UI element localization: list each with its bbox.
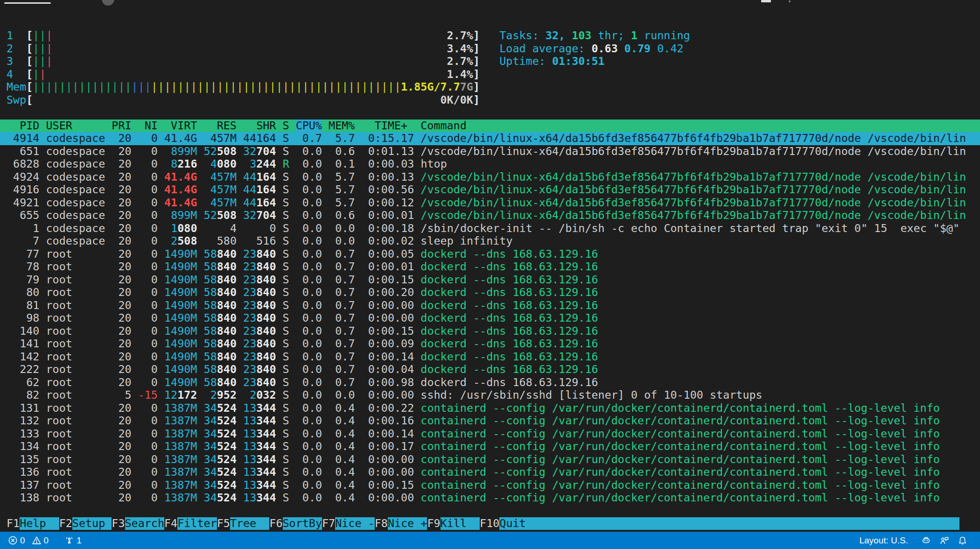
notifications-button[interactable]: [953, 532, 972, 549]
text-segment: ]: [473, 29, 480, 42]
process-row[interactable]: 651 codespace 20 0 899M 52508 32704 S 0.…: [0, 145, 980, 158]
process-row[interactable]: 141 root 20 0 1490M 58840 23840 S 0.0 0.…: [0, 338, 980, 351]
text-segment: [237, 197, 243, 209]
problems-indicator[interactable]: 0 0: [4, 532, 53, 549]
process-row-selected[interactable]: 4914 codespace 20 0 41.4G 457M 44164 S 0…: [0, 132, 980, 145]
cpu-mem-time-cells: 0.0 0.4 0:00.00: [296, 453, 421, 466]
res-cell: 457M: [210, 183, 237, 196]
cpu-meter-3[interactable]: 3 [||| 2.7%] Uptime: 01:30:51: [0, 55, 980, 68]
process-row[interactable]: 81 root 20 0 1490M 58840 23840 S 0.0 0.7…: [0, 299, 980, 312]
text-segment: [158, 492, 164, 504]
user-cell: root: [46, 415, 112, 427]
text-segment: [204, 222, 230, 235]
command-cell: dockerd --dns 168.63.129.16: [420, 351, 598, 363]
user-cell: root: [46, 428, 112, 440]
text-segment: [289, 260, 296, 273]
process-row[interactable]: 136 root 20 0 1387M 34524 13344 S 0.0 0.…: [0, 466, 980, 479]
text-segment: [276, 492, 282, 504]
text-segment: [276, 145, 283, 158]
text-segment: [237, 299, 243, 312]
fkey-f9-label[interactable]: Kill: [441, 517, 480, 530]
state-cell: S: [283, 376, 289, 389]
process-row[interactable]: 62 root 20 0 1490M 58840 23840 S 0.0 0.7…: [0, 376, 980, 389]
text-segment: [158, 453, 164, 466]
fkey-f2-label[interactable]: Setup: [72, 517, 112, 530]
process-row[interactable]: 4924 codespace 20 0 41.4G 457M 44164 S 0…: [0, 171, 980, 184]
nice-cell: 0: [151, 248, 158, 260]
process-row[interactable]: 134 root 20 0 1387M 34524 13344 S 0.0 0.…: [0, 440, 980, 453]
virt-cell: 1490M: [164, 312, 197, 324]
keyboard-layout-indicator[interactable]: Layout: U.S.: [855, 532, 917, 549]
command-cell: containerd --config /var/run/docker/cont…: [420, 466, 940, 479]
res-cell: 52: [204, 145, 217, 158]
process-row[interactable]: 222 root 20 0 1490M 58840 23840 S 0.0 0.…: [0, 363, 980, 376]
process-row[interactable]: 79 root 20 0 1490M 58840 23840 S 0.0 0.7…: [0, 274, 980, 287]
text-segment: [289, 479, 296, 492]
text-segment: [197, 338, 203, 350]
state-cell: S: [283, 389, 289, 401]
fkey-f10-label[interactable]: Quit: [499, 517, 539, 530]
process-row[interactable]: 4921 codespace 20 0 41.4G 457M 44164 S 0…: [0, 197, 980, 210]
command-cell: sleep infinity: [420, 235, 512, 247]
text-segment: |: [46, 29, 53, 42]
text-segment: |: [46, 55, 53, 68]
process-row[interactable]: 142 root 20 0 1490M 58840 23840 S 0.0 0.…: [0, 351, 980, 364]
fkey-f8-label[interactable]: Nice +: [388, 517, 427, 530]
priority-cell: 20: [112, 183, 138, 196]
memory-meter[interactable]: Mem[||||||||||||||||||||||||||||||||||||…: [0, 81, 980, 94]
text-segment: Load average:: [499, 42, 591, 55]
text-segment: [237, 171, 243, 183]
text-segment: [276, 183, 283, 196]
process-row[interactable]: 98 root 20 0 1490M 58840 23840 S 0.0 0.7…: [0, 312, 980, 325]
fkey-f4-label[interactable]: Filter: [177, 517, 217, 530]
process-row[interactable]: 78 root 20 0 1490M 58840 23840 S 0.0 0.7…: [0, 260, 980, 274]
text-segment: [237, 428, 243, 440]
fkey-f5-label[interactable]: Tree: [230, 517, 270, 530]
process-row[interactable]: 4916 codespace 20 0 41.4G 457M 44164 S 0…: [0, 183, 980, 197]
text-segment: [289, 338, 296, 350]
process-row[interactable]: 7 codespace 20 0 2508 580 516 S 0.0 0.0 …: [0, 235, 980, 248]
fkey-f1-label[interactable]: Help: [20, 517, 59, 530]
virt-cell: 1387M: [164, 402, 197, 415]
process-row[interactable]: 6828 codespace 20 0 8216 4080 3244 R 0.0…: [0, 158, 980, 171]
process-row[interactable]: 80 root 20 0 1490M 58840 23840 S 0.0 0.7…: [0, 286, 980, 299]
process-row[interactable]: 132 root 20 0 1387M 34524 13344 S 0.0 0.…: [0, 415, 980, 428]
process-row[interactable]: 655 codespace 20 0 899M 52508 32704 S 0.…: [0, 209, 980, 222]
ports-indicator[interactable]: 1: [60, 532, 86, 549]
fkey-f6-label[interactable]: SortBy: [283, 517, 322, 530]
shr-cell: 13: [243, 466, 256, 479]
process-row[interactable]: 133 root 20 0 1387M 34524 13344 S 0.0 0.…: [0, 428, 980, 441]
fkey-f3-label[interactable]: Search: [125, 517, 165, 530]
user-cell: root: [46, 440, 112, 453]
user-cell: codespace: [46, 132, 112, 145]
text-segment: ]: [473, 55, 480, 68]
virt-cell: 41.4G: [164, 171, 197, 183]
feedback-button[interactable]: [935, 532, 953, 549]
state-cell: S: [283, 197, 289, 209]
htop-terminal[interactable]: 1 [||| 2.7%] Tasks: 32, 103 thr; 1 runni…: [0, 29, 980, 530]
process-row[interactable]: 77 root 20 0 1490M 58840 23840 S 0.0 0.7…: [0, 248, 980, 261]
swap-meter[interactable]: Swp[ 0K/0K]: [0, 94, 980, 107]
process-row[interactable]: 82 root 5 -15 12172 2952 2032 S 0.0 0.0 …: [0, 389, 980, 402]
process-row[interactable]: 1 codespace 20 0 1080 4 0 S 0.0 0.0 0:00…: [0, 222, 980, 235]
text-segment: ||: [33, 55, 46, 68]
cpu-meter-4[interactable]: 4 [|| 1.4%]: [0, 68, 980, 81]
virt-cell: 1490M: [164, 325, 197, 338]
state-cell: S: [283, 132, 289, 145]
process-row[interactable]: 131 root 20 0 1387M 34524 13344 S 0.0 0.…: [0, 402, 980, 415]
process-row[interactable]: 138 root 20 0 1387M 34524 13344 S 0.0 0.…: [0, 492, 980, 505]
text-segment: [: [26, 42, 33, 55]
virt-cell: 1387M: [164, 479, 197, 492]
cpu-meter-1[interactable]: 1 [||| 2.7%] Tasks: 32, 103 thr; 1 runni…: [0, 29, 980, 42]
nice-cell: 0: [151, 183, 158, 196]
process-row[interactable]: 140 root 20 0 1490M 58840 23840 S 0.0 0.…: [0, 325, 980, 338]
cpu-meter-2[interactable]: 2 [||| 3.4%] Load average: 0.63 0.79 0.4…: [0, 42, 980, 56]
virt-cell: 1490M: [164, 299, 197, 312]
cpu-mem-time-cells: 0.0 0.4 0:00.00: [296, 466, 421, 479]
copilot-button[interactable]: [917, 532, 935, 549]
fkey-f7-label[interactable]: Nice -: [335, 517, 375, 530]
process-row[interactable]: 135 root 20 0 1387M 34524 13344 S 0.0 0.…: [0, 453, 980, 466]
process-table-header[interactable]: PID USER PRI NI VIRT RES SHR S CPU% MEM%…: [0, 120, 980, 133]
shr-cell: 840: [256, 338, 276, 350]
process-row[interactable]: 137 root 20 0 1387M 34524 13344 S 0.0 0.…: [0, 479, 980, 492]
